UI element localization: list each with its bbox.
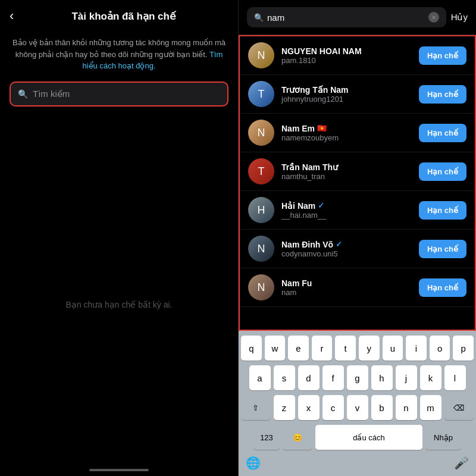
user-info: Nam Đinh Võ ✓codynamvo.uni5	[281, 240, 412, 258]
key-a[interactable]: a	[249, 365, 271, 390]
verified-icon: ✓	[336, 240, 342, 249]
key-d[interactable]: d	[298, 365, 320, 390]
keyboard-icon-row: 🌐🎤	[241, 455, 474, 474]
user-info: Trương Tấn Namjohnnytruong1201	[281, 85, 412, 104]
user-name: Trương Tấn Nam	[281, 85, 412, 95]
key-t[interactable]: t	[335, 336, 356, 361]
emoji-key[interactable]: 😊	[283, 425, 312, 450]
clear-button[interactable]: ✕	[428, 12, 439, 23]
user-info: NGUYEN HOAI NAMpam.1810	[281, 46, 412, 65]
key-b[interactable]: b	[371, 395, 393, 420]
page-title: Tài khoản đã hạn chế	[18, 10, 228, 23]
search-box[interactable]: 🔍 Tìm kiếm	[10, 82, 228, 107]
search-icon: 🔍	[18, 89, 28, 99]
keyboard-row-3: ⇧zxcvbnm⌫	[241, 395, 474, 420]
left-panel: ‹ Tài khoản đã hạn chế Bảo vệ bản thân k…	[0, 0, 238, 476]
avatar: N	[248, 236, 274, 262]
key-z[interactable]: z	[274, 395, 295, 420]
user-handle: codynamvo.uni5	[281, 249, 412, 258]
keyboard-row-1: qwertyuiop	[241, 336, 474, 361]
key-g[interactable]: g	[347, 365, 368, 390]
enter-key[interactable]: Nhập	[425, 425, 461, 450]
key-p[interactable]: p	[453, 336, 474, 361]
search-input[interactable]: nam	[267, 12, 425, 23]
user-handle: __hai.nam__	[281, 211, 412, 220]
key-k[interactable]: k	[420, 365, 441, 390]
search-placeholder: Tìm kiếm	[33, 89, 70, 99]
key-h[interactable]: h	[371, 365, 393, 390]
key-o[interactable]: o	[430, 336, 450, 361]
restrict-button[interactable]: Hạn chế	[419, 85, 466, 104]
list-item[interactable]: NNam Đinh Võ ✓codynamvo.uni5Hạn chế	[240, 230, 475, 268]
restrict-button[interactable]: Hạn chế	[419, 240, 466, 258]
key-m[interactable]: m	[420, 395, 441, 420]
list-item[interactable]: NNam Em 🇻🇳namemzoubyemHạn chế	[240, 114, 475, 152]
space-key[interactable]: dấu cách	[315, 425, 422, 450]
user-name: Hải Nam ✓	[281, 201, 412, 211]
user-info: Nam Em 🇻🇳namemzoubyem	[281, 124, 412, 142]
key-s[interactable]: s	[274, 365, 295, 390]
key-x[interactable]: x	[298, 395, 320, 420]
user-name: Nam Đinh Võ ✓	[281, 240, 412, 249]
empty-state-text: Bạn chưa hạn chế bất kỳ ai.	[0, 300, 238, 309]
right-header: 🔍 nam ✕ Hủy	[239, 0, 476, 35]
avatar: T	[248, 81, 274, 107]
key-l[interactable]: l	[444, 365, 466, 390]
list-item[interactable]: NNam FunamHạn chế	[240, 268, 475, 307]
key-i[interactable]: i	[406, 336, 427, 361]
description-text: Bảo vệ bản thân khỏi những tương tác khô…	[0, 32, 238, 82]
key-w[interactable]: w	[265, 336, 286, 361]
user-info: Trần Nam Thưnamthu_tran	[281, 162, 412, 181]
user-handle: nam	[281, 288, 412, 297]
key-n[interactable]: n	[396, 395, 417, 420]
list-item[interactable]: NNGUYEN HOAI NAMpam.1810Hạn chế	[240, 36, 475, 75]
num-key[interactable]: 123	[253, 425, 280, 450]
key-c[interactable]: c	[322, 395, 344, 420]
restrict-button[interactable]: Hạn chế	[419, 201, 466, 220]
restrict-button[interactable]: Hạn chế	[419, 124, 466, 142]
list-item[interactable]: TTrương Tấn Namjohnnytruong1201Hạn chế	[240, 75, 475, 114]
user-handle: namemzoubyem	[281, 133, 412, 142]
shift-key[interactable]: ⇧	[241, 395, 271, 420]
cancel-button[interactable]: Hủy	[451, 12, 468, 23]
key-e[interactable]: e	[288, 336, 309, 361]
key-v[interactable]: v	[347, 395, 368, 420]
globe-icon[interactable]: 🌐	[246, 456, 261, 470]
user-handle: namthu_tran	[281, 172, 412, 181]
key-q[interactable]: q	[241, 336, 262, 361]
user-info: Nam Funam	[281, 278, 412, 297]
flag-icon: 🇻🇳	[317, 124, 327, 133]
search-container: 🔍 Tìm kiếm	[0, 82, 238, 116]
key-u[interactable]: u	[383, 336, 403, 361]
search-bar[interactable]: 🔍 nam ✕	[247, 7, 446, 27]
restrict-button[interactable]: Hạn chế	[419, 278, 466, 297]
results-list: NNGUYEN HOAI NAMpam.1810Hạn chếTTrương T…	[239, 35, 476, 331]
back-button[interactable]: ‹	[10, 8, 14, 24]
user-handle: pam.1810	[281, 56, 412, 65]
user-name: Nam Em 🇻🇳	[281, 124, 412, 133]
key-j[interactable]: j	[396, 365, 417, 390]
user-handle: johnnytruong1201	[281, 95, 412, 104]
right-panel: 🔍 nam ✕ Hủy NNGUYEN HOAI NAMpam.1810Hạn …	[238, 0, 476, 476]
search-icon: 🔍	[254, 13, 264, 22]
avatar: T	[248, 158, 274, 184]
left-header: ‹ Tài khoản đã hạn chế	[0, 0, 238, 32]
backspace-key[interactable]: ⌫	[444, 395, 474, 420]
avatar: N	[248, 42, 274, 68]
user-name: Nam Fu	[281, 278, 412, 288]
avatar: N	[248, 274, 274, 300]
user-name: Trần Nam Thư	[281, 162, 412, 172]
list-item[interactable]: TTrần Nam Thưnamthu_tranHạn chế	[240, 152, 475, 191]
avatar: H	[248, 197, 274, 223]
key-y[interactable]: y	[359, 336, 380, 361]
mic-icon[interactable]: 🎤	[454, 456, 469, 470]
home-indicator	[89, 469, 149, 471]
key-r[interactable]: r	[312, 336, 333, 361]
restrict-button[interactable]: Hạn chế	[419, 162, 466, 181]
key-f[interactable]: f	[322, 365, 344, 390]
restrict-button[interactable]: Hạn chế	[419, 46, 466, 65]
avatar: N	[248, 120, 274, 146]
verified-icon: ✓	[318, 201, 324, 210]
list-item[interactable]: HHải Nam ✓__hai.nam__Hạn chế	[240, 191, 475, 230]
keyboard: qwertyuiopasdfghjkl⇧zxcvbnm⌫123😊dấu cách…	[239, 331, 476, 476]
